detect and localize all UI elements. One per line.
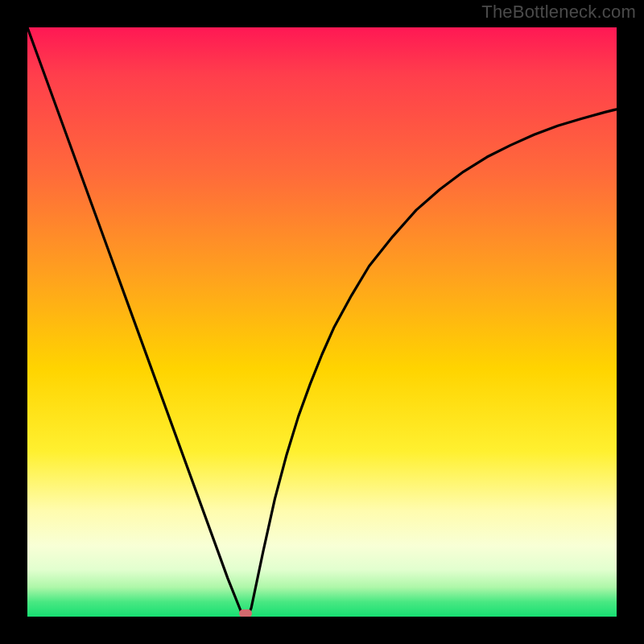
bottleneck-curve — [27, 27, 617, 617]
watermark-label: TheBottleneck.com — [481, 2, 636, 23]
chart-frame: TheBottleneck.com — [0, 0, 644, 644]
plot-area — [27, 27, 617, 617]
minimum-marker — [239, 609, 252, 617]
curve-path — [27, 27, 617, 617]
